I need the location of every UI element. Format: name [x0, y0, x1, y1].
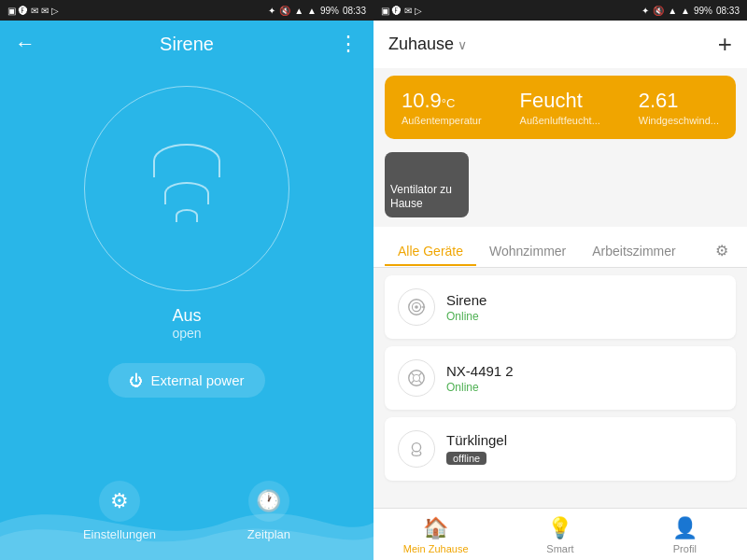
right-email-icon: ✉ — [404, 6, 412, 16]
right-mute-icon: 🔇 — [653, 6, 664, 16]
right-app-icon-1: ▣ — [381, 6, 389, 16]
signal-icon: ▲ — [294, 6, 303, 16]
status-open: open — [0, 326, 374, 341]
back-button[interactable]: ← — [15, 32, 35, 56]
gear-icon[interactable]: ⚙ — [708, 234, 736, 267]
left-header: ← Sirene ⋮ — [0, 21, 374, 67]
sirene-name: Sirene — [446, 292, 723, 308]
mute-icon: 🔇 — [279, 6, 290, 16]
tab-wohnzimmer[interactable]: Wohnzimmer — [476, 236, 579, 266]
nav-mein-zuhause[interactable]: 🏠 Mein Zuhause — [399, 516, 473, 554]
wifi-icon-status: ▲ — [307, 6, 317, 16]
nav-smart-label: Smart — [546, 543, 573, 554]
weather-temp: 10.9°C Außentemperatur — [402, 89, 482, 126]
sirene-circle — [0, 86, 374, 291]
home-title-container[interactable]: Zuhause ∨ — [388, 35, 467, 54]
sirene-info: Sirene Online — [446, 292, 723, 323]
mail-icon-2: ✉ — [41, 6, 49, 16]
wind-label: Windgeschwind... — [639, 115, 719, 126]
sirene-icon — [398, 288, 435, 326]
device-list: Sirene Online NX-4491 2 Online — [374, 268, 747, 508]
wifi-arc-small — [176, 209, 198, 222]
device-sirene[interactable]: Sirene Online — [385, 275, 736, 339]
app-icon-2: 🅕 — [19, 6, 28, 16]
right-signal-icon: ▲ — [668, 6, 677, 16]
nav-smart[interactable]: 💡 Smart — [523, 516, 598, 554]
wifi-arc-large — [153, 144, 220, 177]
svg-point-2 — [415, 305, 418, 309]
fan-card-label: Ventilator zu Hause — [390, 183, 463, 212]
left-status-bar: ▣ 🅕 ✉ ✉ ▷ ✦ 🔇 ▲ ▲ 99% 08:33 — [0, 0, 374, 21]
right-status-icons: ▣ 🅕 ✉ ▷ — [381, 6, 422, 16]
fan-card[interactable]: Ventilator zu Hause — [385, 152, 469, 217]
wifi-arc-medium — [164, 182, 209, 204]
right-panel: ▣ 🅕 ✉ ▷ ✦ 🔇 ▲ ▲ 99% 08:33 Zuhause ∨ + 10… — [374, 0, 747, 560]
tuerklingel-status: offline — [446, 452, 486, 465]
tab-arbeitszimmer[interactable]: Arbeitszimmer — [579, 236, 688, 266]
sirene-status: Online — [446, 310, 723, 323]
home-icon: 🏠 — [423, 516, 448, 540]
device-tabs: Alle Geräte Wohnzimmer Arbeitszimmer ⚙ — [374, 227, 747, 268]
temp-label: Außentemperatur — [402, 115, 482, 126]
humidity-label: Außenluftfeucht... — [520, 115, 600, 126]
chevron-down-icon: ∨ — [458, 37, 467, 52]
weather-wind: 2.61 Windgeschwind... — [639, 89, 719, 126]
device-tuerklingel[interactable]: Türklingel offline — [385, 417, 736, 481]
wave-decoration — [0, 485, 374, 560]
right-status-bar: ▣ 🅕 ✉ ▷ ✦ 🔇 ▲ ▲ 99% 08:33 — [374, 0, 747, 21]
wind-value: 2.61 — [639, 89, 719, 113]
bluetooth-icon: ✦ — [268, 6, 275, 16]
nx4491-name: NX-4491 2 — [446, 363, 723, 379]
right-play-icon: ▷ — [415, 6, 422, 16]
add-button[interactable]: + — [718, 30, 732, 59]
tuerklingel-info: Türklingel offline — [446, 432, 723, 466]
left-status-right: ✦ 🔇 ▲ ▲ 99% 08:33 — [268, 6, 366, 16]
right-app-icon-2: 🅕 — [392, 6, 402, 16]
right-status-right: ✦ 🔇 ▲ ▲ 99% 08:33 — [641, 6, 740, 16]
left-panel: ▣ 🅕 ✉ ✉ ▷ ✦ 🔇 ▲ ▲ 99% 08:33 ← Sirene ⋮ — [0, 0, 374, 560]
device-nx4491[interactable]: NX-4491 2 Online — [385, 346, 736, 410]
right-battery-text: 99% — [694, 6, 712, 16]
weather-humidity: Feucht Außenluftfeucht... — [520, 89, 600, 126]
smart-icon: 💡 — [547, 516, 572, 540]
external-power-label: External power — [150, 372, 244, 388]
nx4491-status: Online — [446, 381, 723, 394]
more-button[interactable]: ⋮ — [338, 32, 359, 56]
svg-point-5 — [413, 374, 419, 381]
left-status-icons: ▣ 🅕 ✉ ✉ ▷ — [7, 6, 59, 16]
humidity-value: Feucht — [520, 89, 600, 113]
right-wifi-icon: ▲ — [681, 6, 690, 16]
play-icon: ▷ — [51, 6, 59, 16]
nav-home-label: Mein Zuhause — [403, 543, 469, 554]
nav-profil[interactable]: 👤 Profil — [647, 516, 722, 554]
wifi-animation — [153, 144, 220, 234]
temp-value: 10.9°C — [402, 89, 482, 113]
tuerklingel-name: Türklingel — [446, 432, 723, 448]
outer-circle — [84, 86, 289, 291]
nx4491-icon — [398, 359, 435, 397]
right-header: Zuhause ∨ + — [374, 21, 747, 68]
time-left: 08:33 — [343, 6, 366, 16]
power-icon: ⏻ — [129, 372, 143, 388]
svg-point-4 — [409, 371, 425, 386]
profile-icon: 👤 — [672, 516, 698, 540]
status-text-container: Aus open — [0, 306, 374, 341]
weather-card: 10.9°C Außentemperatur Feucht Außenluftf… — [385, 76, 736, 139]
right-time: 08:33 — [716, 6, 740, 16]
battery-text: 99% — [320, 6, 339, 16]
tuerklingel-icon — [398, 430, 435, 468]
external-power-button[interactable]: ⏻ External power — [108, 363, 264, 398]
email-icon: ✉ — [31, 6, 38, 16]
app-icon-1: ▣ — [7, 6, 16, 16]
tab-alle-geraete[interactable]: Alle Geräte — [385, 236, 476, 266]
nx4491-info: NX-4491 2 Online — [446, 363, 723, 394]
bottom-nav: 🏠 Mein Zuhause 💡 Smart 👤 Profil — [374, 508, 747, 560]
status-aus: Aus — [0, 306, 374, 326]
wifi-arcs — [153, 144, 220, 227]
svg-point-6 — [412, 443, 420, 452]
home-title-text: Zuhause — [388, 35, 454, 54]
nav-profil-label: Profil — [673, 543, 697, 554]
right-bluetooth-icon: ✦ — [641, 6, 649, 16]
page-title: Sirene — [160, 34, 214, 55]
